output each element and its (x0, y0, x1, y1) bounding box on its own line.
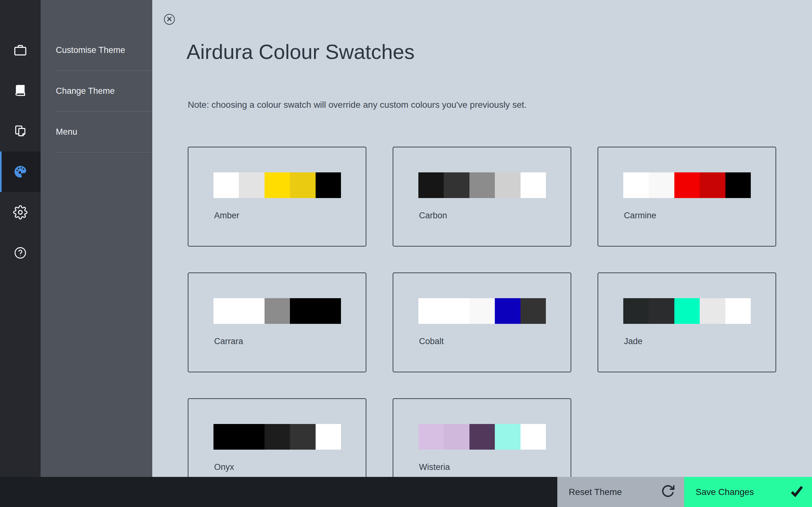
swatch-color-strip (418, 298, 546, 324)
swatch-color-cell (418, 424, 444, 450)
swatch-color-strip (418, 424, 546, 450)
swatch-color-cell (444, 424, 469, 450)
swatch-color-cell (520, 424, 546, 450)
swatch-color-cell (444, 298, 469, 324)
swatch-grid: Amber Carbon Carmine Carrara Cobalt Jade… (188, 147, 778, 477)
swatch-color-cell (623, 172, 649, 198)
close-icon (166, 16, 172, 23)
help-icon (13, 245, 28, 260)
swatch-card-carrara[interactable]: Carrara (188, 273, 366, 372)
swatch-color-cell (520, 172, 546, 198)
copy-icon (13, 124, 28, 138)
swatch-color-cell (316, 172, 341, 198)
sidebar-item-settings[interactable] (0, 192, 41, 233)
swatch-color-strip (213, 172, 341, 198)
swatch-color-strip (213, 424, 341, 450)
swatch-color-cell (290, 298, 315, 324)
save-changes-label: Save Changes (696, 487, 754, 497)
swatch-color-cell (725, 172, 751, 198)
swatch-color-strip (623, 172, 751, 198)
swatch-card-wisteria[interactable]: Wisteria (393, 398, 571, 477)
swatch-color-cell (495, 172, 520, 198)
swatch-name: Carrara (214, 337, 243, 346)
briefcase-icon (13, 43, 28, 57)
swatches-content: Airdura Colour Swatches Note: choosing a… (152, 0, 812, 477)
page-note: Note: choosing a colour swatch will over… (188, 100, 526, 110)
sidebar-item-theme[interactable] (0, 152, 41, 192)
menu-item-customise-theme[interactable]: Customise Theme (56, 30, 152, 71)
menu-item-menu[interactable]: Menu (56, 112, 152, 153)
reset-theme-label: Reset Theme (569, 487, 622, 497)
sidebar-item-help[interactable] (0, 233, 41, 273)
refresh-icon (661, 484, 675, 500)
menu-item-change-theme[interactable]: Change Theme (56, 71, 152, 112)
swatch-color-strip (418, 172, 546, 198)
swatch-color-cell (623, 298, 649, 324)
swatch-card-jade[interactable]: Jade (598, 273, 776, 372)
swatch-name: Wisteria (419, 462, 450, 472)
swatch-color-cell (469, 172, 495, 198)
theme-menu-list: Customise Theme Change Theme Menu (41, 30, 152, 153)
swatch-color-cell (700, 298, 725, 324)
swatch-color-cell (674, 298, 700, 324)
swatch-color-cell (316, 298, 341, 324)
swatch-color-cell (213, 424, 239, 450)
footer-bar: Reset Theme Save Changes (0, 477, 812, 507)
sidebar-item-book[interactable] (0, 70, 41, 111)
swatch-card-carbon[interactable]: Carbon (393, 147, 571, 246)
swatch-card-amber[interactable]: Amber (188, 147, 366, 246)
swatch-color-cell (444, 172, 469, 198)
swatch-color-strip (213, 298, 341, 324)
swatch-color-cell (239, 424, 264, 450)
swatch-color-cell (469, 298, 495, 324)
swatch-color-cell (213, 298, 239, 324)
sidebar-item-briefcase[interactable] (0, 30, 41, 70)
swatch-name: Onyx (214, 462, 234, 472)
swatch-name: Carbon (419, 211, 447, 221)
close-button[interactable] (164, 14, 175, 25)
swatch-color-cell (264, 172, 290, 198)
page-title: Airdura Colour Swatches (187, 40, 415, 64)
swatch-card-onyx[interactable]: Onyx (188, 398, 366, 477)
theme-menu-panel: Customise Theme Change Theme Menu (41, 0, 152, 477)
swatch-name: Carmine (624, 211, 656, 221)
swatch-color-cell (213, 172, 239, 198)
swatch-card-cobalt[interactable]: Cobalt (393, 273, 571, 372)
save-changes-button[interactable]: Save Changes (684, 477, 812, 507)
checkmark-icon (790, 484, 804, 500)
swatch-color-cell (239, 172, 264, 198)
swatch-color-cell (316, 424, 341, 450)
swatch-color-cell (649, 298, 674, 324)
reset-theme-button[interactable]: Reset Theme (557, 477, 684, 507)
swatch-color-cell (469, 424, 495, 450)
swatch-color-cell (290, 424, 315, 450)
sidebar-nav (0, 30, 41, 273)
swatch-color-cell (264, 424, 290, 450)
book-icon (13, 83, 28, 98)
swatch-card-carmine[interactable]: Carmine (598, 147, 776, 246)
swatch-color-cell (520, 298, 546, 324)
swatch-color-cell (725, 298, 751, 324)
swatch-color-strip (623, 298, 751, 324)
theme-settings-window: Customise Theme Change Theme Menu Airdur… (0, 0, 812, 507)
swatch-color-cell (495, 298, 520, 324)
swatch-color-cell (495, 424, 520, 450)
swatch-name: Amber (214, 211, 240, 221)
swatch-color-cell (649, 172, 674, 198)
sidebar-item-documents[interactable] (0, 111, 41, 152)
icon-sidebar (0, 0, 41, 477)
swatch-color-cell (418, 298, 444, 324)
palette-icon (13, 164, 28, 179)
gear-icon (13, 205, 28, 220)
swatch-color-cell (239, 298, 264, 324)
swatch-color-cell (674, 172, 700, 198)
swatch-name: Jade (624, 337, 643, 346)
swatch-color-cell (264, 298, 290, 324)
swatch-color-cell (700, 172, 725, 198)
swatch-color-cell (418, 172, 444, 198)
swatch-name: Cobalt (419, 337, 444, 346)
swatch-color-cell (290, 172, 315, 198)
